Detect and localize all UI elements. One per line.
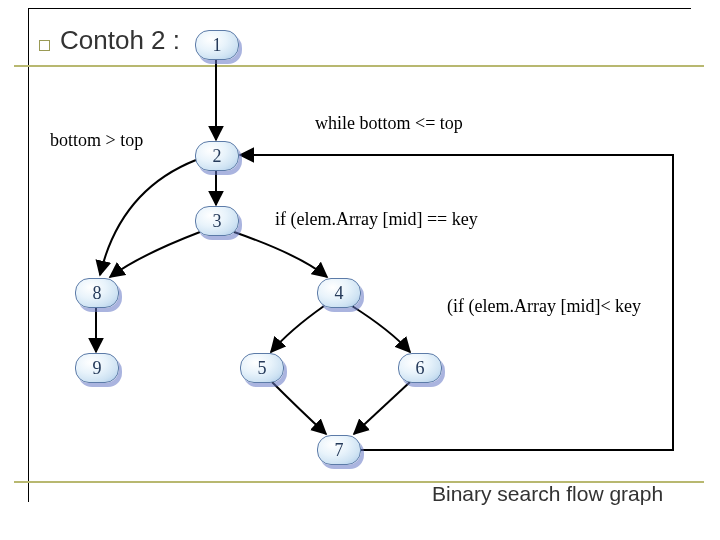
node-5: 5 [240,353,284,383]
label-if-eq: if (elem.Array [mid] == key [275,209,478,230]
node-9: 9 [75,353,119,383]
caption: Binary search flow graph [432,482,663,506]
label-if-lt: (if (elem.Array [mid]< key [447,296,641,317]
caption-text: Binary search flow graph [432,482,663,505]
node-6: 6 [398,353,442,383]
node-3: 3 [195,206,239,236]
label-while: while bottom <= top [315,113,463,134]
node-4: 4 [317,278,361,308]
node-1: 1 [195,30,239,60]
node-2: 2 [195,141,239,171]
node-7: 7 [317,435,361,465]
slide: Contoh 2 : 1 2 3 4 5 6 7 [0,0,720,540]
node-8: 8 [75,278,119,308]
flow-edges [0,0,720,540]
label-bottom-gt-top: bottom > top [50,130,143,151]
